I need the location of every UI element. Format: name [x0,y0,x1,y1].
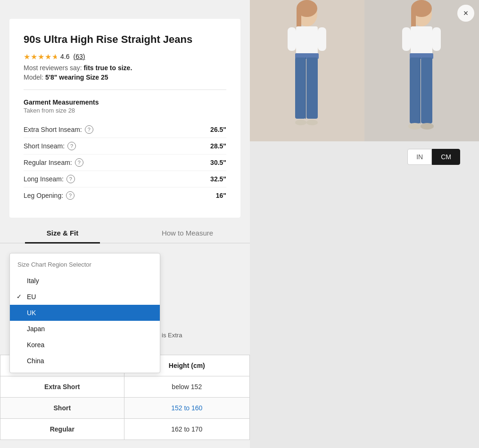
measurement-value: 28.5" [210,142,226,150]
size-table-body: Extra Shortbelow 152Short152 to 160Regul… [0,376,250,440]
measurement-row: Short Inseam: ? 28.5" [24,138,226,155]
measurement-value: 26.5" [210,126,226,133]
reviewer-say: Most reviewers say: fits true to size. [24,64,226,72]
model-image-right [364,0,479,141]
rating-row: ★ ★ ★ ★ ★ 4.6 (63) [24,52,226,61]
svg-rect-3 [297,8,301,27]
dropdown-item[interactable]: EU [10,289,160,305]
measurement-row: Regular Inseam: ? 30.5" [24,155,226,171]
dropdown-item[interactable]: Japan [10,321,160,337]
garment-title: Garment Measurements [24,98,226,106]
right-panel: × IN CM [250,0,479,448]
star-1: ★ [24,52,30,61]
unit-btn-cm[interactable]: CM [432,149,460,165]
unit-toggle: IN CM [407,149,460,165]
product-title: 90s Ultra High Rise Straight Jeans [24,33,226,47]
measurement-value: 16" [216,192,226,199]
table-row: Extra Shortbelow 152 [0,376,250,397]
svg-rect-8 [295,57,306,119]
tab-how-to-measure[interactable]: How to Measure [125,222,250,243]
question-icon[interactable]: ? [66,191,74,200]
svg-point-24 [421,123,434,130]
close-icon: × [463,8,469,18]
table-row: Short152 to 160 [0,397,250,418]
unit-btn-in[interactable]: IN [407,149,432,165]
rating-value: 4.6 [60,53,69,60]
table-cell-af: Extra Short [0,376,124,397]
dropdown-item[interactable]: UK [10,305,160,321]
left-panel: 90s Ultra High Rise Straight Jeans ★ ★ ★… [0,0,250,448]
svg-rect-6 [318,27,326,51]
tabs-row: Size & Fit How to Measure [0,222,250,244]
svg-point-23 [408,123,421,130]
garment-subtitle: Taken from size 28 [24,107,226,114]
table-cell-height: 152 to 160 [124,397,249,418]
question-icon[interactable]: ? [66,175,75,183]
svg-rect-4 [296,26,318,55]
question-icon[interactable]: ? [75,158,83,167]
model-figure-left [250,0,364,141]
svg-rect-16 [411,8,416,27]
table-cell-af: Short [0,397,124,418]
svg-rect-21 [410,57,420,123]
bottom-section: Size & Fit How to Measure Size Chart Reg… [0,222,250,440]
model-value: 5'8" wearing Size 25 [45,73,108,81]
measurement-value: 32.5" [210,175,226,183]
svg-rect-17 [411,26,432,55]
svg-point-11 [306,120,318,125]
star-5-half: ★ [52,52,57,61]
unit-toggle-area: IN CM [250,141,479,165]
measurement-label: Regular Inseam: ? [24,158,83,167]
dropdown-header: Size Chart Region Selector [10,257,160,273]
measurement-row: Leg Opening: ? 16" [24,187,226,204]
star-2: ★ [31,52,37,61]
measurement-label: Leg Opening: ? [24,191,74,200]
dropdown-item[interactable]: China [10,353,160,369]
table-cell-height: 162 to 170 [124,418,249,440]
table-row: Regular162 to 170 [0,418,250,440]
star-rating: ★ ★ ★ ★ ★ [24,52,57,61]
svg-point-10 [295,120,306,125]
measurement-label: Extra Short Inseam: ? [24,125,93,134]
dropdown-item[interactable]: Italy [10,273,160,289]
svg-rect-19 [432,27,441,51]
measurement-row: Extra Short Inseam: ? 26.5" [24,122,226,138]
question-icon[interactable]: ? [67,142,76,150]
measurement-label: Long Inseam: ? [24,175,75,183]
measurements-list: Extra Short Inseam: ? 26.5" Short Inseam… [24,122,226,204]
measurement-value: 30.5" [210,159,226,166]
close-button[interactable]: × [457,5,474,22]
svg-rect-22 [421,57,432,123]
model-image-left [250,0,364,141]
model-figure-right [364,0,479,141]
product-card: 90s Ultra High Rise Straight Jeans ★ ★ ★… [9,19,240,218]
tab-size-fit[interactable]: Size & Fit [0,222,125,243]
svg-rect-5 [288,27,296,51]
star-3: ★ [38,52,44,61]
star-4: ★ [45,52,51,61]
review-count[interactable]: (63) [73,53,85,60]
dropdown-item[interactable]: Korea [10,337,160,353]
size-chart-region-dropdown[interactable]: Size Chart Region Selector ItalyEUUKJapa… [9,253,160,373]
divider [24,90,226,90]
table-cell-af: Regular [0,418,124,440]
reviewer-say-value: fits true to size. [84,64,132,72]
svg-rect-18 [402,27,411,51]
measurement-row: Long Inseam: ? 32.5" [24,171,226,187]
model-info: Model: 5'8" wearing Size 25 [24,73,226,81]
question-icon[interactable]: ? [85,125,93,134]
svg-rect-9 [306,57,318,119]
images-grid [250,0,479,141]
table-cell-height: below 152 [124,376,249,397]
measurement-label: Short Inseam: ? [24,142,76,150]
